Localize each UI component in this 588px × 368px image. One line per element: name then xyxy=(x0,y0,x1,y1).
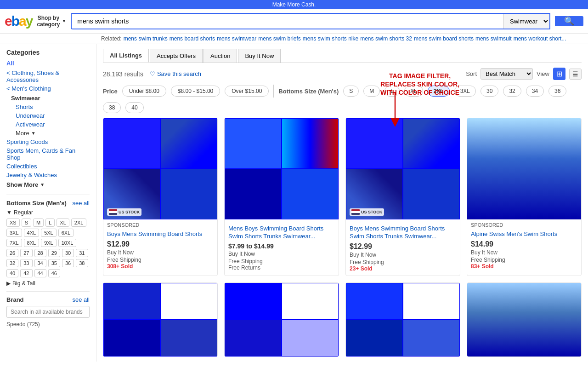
size-chip-42[interactable]: 42 xyxy=(20,269,32,277)
size-chip-46[interactable]: 46 xyxy=(48,269,60,277)
sort-select[interactable]: Best Match xyxy=(481,68,533,80)
tab-auction[interactable]: Auction xyxy=(204,49,237,63)
grid-view-button[interactable]: ⊞ xyxy=(553,68,565,80)
size-chip-xs[interactable]: XS xyxy=(6,218,20,227)
sidebar-item-all[interactable]: All xyxy=(6,60,90,67)
related-link-4[interactable]: mens swim briefs xyxy=(258,35,301,42)
size-filter-chip-m[interactable]: M xyxy=(363,86,380,97)
search-category-select[interactable]: Swimwear xyxy=(503,14,549,29)
related-link-5[interactable]: mens swim shorts nike xyxy=(303,35,358,42)
size-chip-6xl[interactable]: 6XL xyxy=(58,229,74,237)
size-chip-10xl[interactable]: 10XL xyxy=(58,239,77,247)
shop-by-category[interactable]: Shop bycategory ▼ xyxy=(37,15,66,28)
size-chip-34[interactable]: 34 xyxy=(34,259,46,267)
product-card-1[interactable]: US STOCK SPONSORED Boys Mens Swimming Bo… xyxy=(103,118,218,276)
logo-b: b xyxy=(11,13,19,29)
price-filter-under-8[interactable]: Under $8.00 xyxy=(122,86,166,97)
related-link-9[interactable]: mens workout short... xyxy=(514,35,566,42)
related-link-3[interactable]: mens swimwear xyxy=(217,35,256,42)
tab-accepts-offers[interactable]: Accepts Offers xyxy=(150,49,203,63)
size-filter-chip-xl[interactable]: XL xyxy=(404,86,423,97)
size-filter-chip-2xl[interactable]: 2XL xyxy=(428,86,450,97)
size-chip-35[interactable]: 35 xyxy=(48,259,60,267)
size-filter-chip-38[interactable]: 38 xyxy=(103,102,121,113)
size-filter-chip-30[interactable]: 30 xyxy=(481,86,498,97)
size-chip-29[interactable]: 29 xyxy=(48,249,60,257)
size-chip-8xl[interactable]: 8XL xyxy=(24,239,40,247)
product-sold-1: 308+ Sold xyxy=(107,263,214,270)
regular-size-group[interactable]: ▼ Regular xyxy=(6,209,90,216)
search-input[interactable] xyxy=(72,14,503,29)
brand-see-all[interactable]: see all xyxy=(72,296,90,303)
product-grid: US STOCK SPONSORED Boys Mens Swimming Bo… xyxy=(103,118,582,276)
size-chip-s[interactable]: S xyxy=(22,218,31,227)
more-button[interactable]: More ▼ xyxy=(6,129,90,138)
size-chip-2xl[interactable]: 2XL xyxy=(71,218,87,227)
sidebar-item-sports-mem[interactable]: Sports Mem, Cards & Fan Shop xyxy=(6,146,90,162)
size-filter-chip-3xl[interactable]: 3XL xyxy=(454,86,476,97)
size-filter-chip-36[interactable]: 36 xyxy=(548,86,566,97)
product-card-6[interactable] xyxy=(224,282,339,357)
product-card-3[interactable]: US STOCK Boys Mens Swimming Board Shorts… xyxy=(345,118,460,276)
product-image-4 xyxy=(467,118,581,219)
size-chip-l[interactable]: L xyxy=(45,218,55,227)
list-view-button[interactable]: ☰ xyxy=(569,69,582,80)
product-card-5[interactable] xyxy=(103,282,218,357)
sidebar-item-shorts[interactable]: Shorts xyxy=(6,103,90,111)
size-chip-27[interactable]: 27 xyxy=(20,249,32,257)
product-image-6 xyxy=(225,283,339,356)
product-card-7[interactable] xyxy=(345,282,460,357)
brand-item-speedo[interactable]: Speedo (725) xyxy=(6,321,90,328)
sidebar-item-clothing[interactable]: < Clothing, Shoes & Accessories xyxy=(6,69,90,84)
related-link-6[interactable]: mens swim shorts 32 xyxy=(360,35,412,42)
tab-buy-it-now[interactable]: Buy It Now xyxy=(238,49,281,63)
size-filter-chip-s[interactable]: S xyxy=(343,86,359,97)
price-filter-over-15[interactable]: Over $15.00 xyxy=(225,86,269,97)
size-chip-9xl[interactable]: 9XL xyxy=(41,239,57,247)
sidebar-item-underwear[interactable]: Underwear xyxy=(6,111,90,120)
sidebar-item-activewear[interactable]: Activewear xyxy=(6,120,90,129)
sidebar-item-sporting-goods[interactable]: Sporting Goods xyxy=(6,138,90,146)
size-chip-m[interactable]: M xyxy=(33,218,44,227)
size-chip-7xl[interactable]: 7XL xyxy=(6,239,22,247)
size-chip-31[interactable]: 31 xyxy=(76,249,88,257)
size-chip-44[interactable]: 44 xyxy=(34,269,46,277)
size-chip-3xl[interactable]: 3XL xyxy=(6,229,22,237)
size-grid-regular: XS S M L XL 2XL 3XL 4XL 5XL 6XL 7XL 8XL … xyxy=(6,218,90,277)
big-tall-group[interactable]: ▶ Big & Tall xyxy=(6,280,90,287)
size-chip-4xl[interactable]: 4XL xyxy=(24,229,40,237)
product-card-4[interactable]: SPONSORED Alpine Swiss Men's Swim Shorts… xyxy=(467,118,582,276)
tab-all-listings[interactable]: All Listings xyxy=(103,49,149,63)
size-chip-xl[interactable]: XL xyxy=(57,218,69,227)
sidebar-item-jewelry[interactable]: Jewelry & Watches xyxy=(6,171,90,179)
search-button[interactable]: 🔍 xyxy=(555,16,583,26)
size-filter-chip-34[interactable]: 34 xyxy=(526,86,544,97)
sidebar-item-collectibles[interactable]: Collectibles xyxy=(6,162,90,171)
product-card-2[interactable]: Mens Boys Swimming Board Shorts Swim Sho… xyxy=(224,118,339,276)
size-chip-5xl[interactable]: 5XL xyxy=(41,229,57,237)
sidebar-item-mens-clothing[interactable]: < Men's Clothing xyxy=(6,84,90,93)
size-filter-chip-40[interactable]: 40 xyxy=(125,102,143,113)
show-more-button[interactable]: Show More ▼ xyxy=(6,179,90,190)
product-card-8[interactable] xyxy=(467,282,582,357)
size-chip-36[interactable]: 36 xyxy=(62,259,74,267)
size-chip-28[interactable]: 28 xyxy=(34,249,46,257)
brand-search-input[interactable] xyxy=(6,306,90,318)
related-link-7[interactable]: mens swim board shorts xyxy=(414,35,474,42)
save-search-button[interactable]: ♡ Save this search xyxy=(150,70,201,77)
size-chip-38[interactable]: 38 xyxy=(76,259,88,267)
size-chip-26[interactable]: 26 xyxy=(6,249,18,257)
related-link-1[interactable]: mens swim trunks xyxy=(124,35,168,42)
price-filter-8-15[interactable]: $8.00 - $15.00 xyxy=(171,86,220,97)
related-link-2[interactable]: mens board shorts xyxy=(170,35,215,42)
size-filter-chip-l[interactable]: L xyxy=(384,86,400,97)
size-chip-33[interactable]: 33 xyxy=(20,259,32,267)
size-chip-32[interactable]: 32 xyxy=(6,259,18,267)
size-filter-chip-32[interactable]: 32 xyxy=(503,86,521,97)
size-filter-section: Bottoms Size (Men's) see all ▼ Regular X… xyxy=(6,200,90,287)
size-see-all[interactable]: see all xyxy=(72,200,90,207)
logo[interactable]: ebay xyxy=(5,13,32,29)
size-chip-40[interactable]: 40 xyxy=(6,269,18,277)
related-link-8[interactable]: mens swimsuit xyxy=(475,35,512,42)
size-chip-30[interactable]: 30 xyxy=(62,249,74,257)
